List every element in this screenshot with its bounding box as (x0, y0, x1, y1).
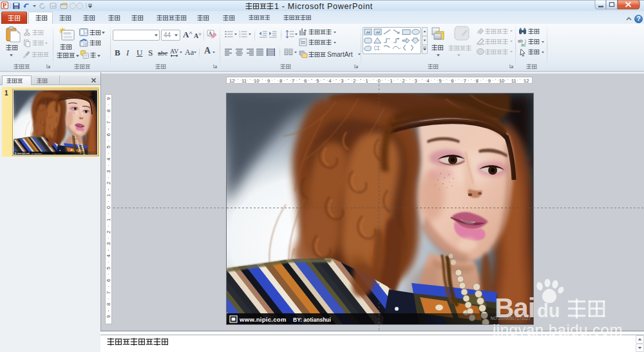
svg-text:3.: 3. (239, 35, 241, 38)
svg-text:P: P (3, 2, 6, 9)
